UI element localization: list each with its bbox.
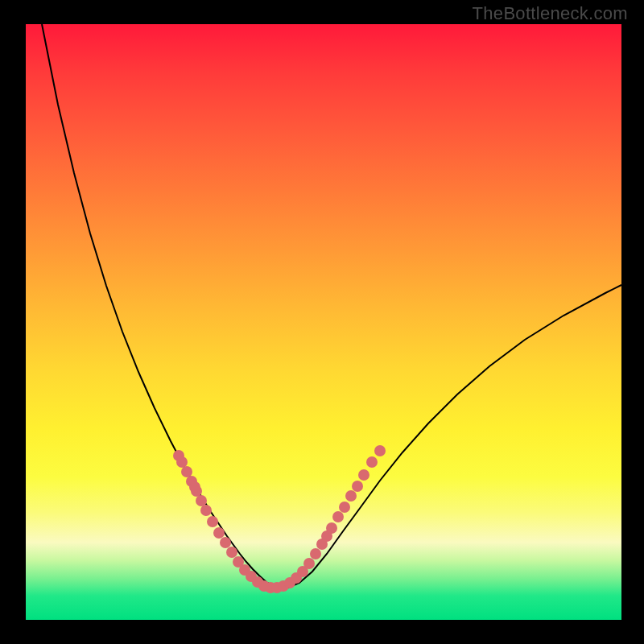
data-point — [196, 495, 207, 506]
data-point — [374, 445, 386, 456]
bottleneck-curve — [42, 24, 621, 588]
data-point — [352, 481, 363, 492]
data-point — [213, 527, 225, 539]
data-point — [326, 522, 337, 534]
data-point — [200, 505, 212, 516]
data-point — [303, 558, 315, 569]
data-point — [220, 537, 231, 548]
data-point — [226, 547, 237, 558]
data-point — [332, 511, 344, 522]
data-point — [189, 481, 200, 493]
chart-svg — [0, 0, 644, 644]
data-point — [176, 456, 188, 468]
data-point — [366, 456, 378, 468]
data-point — [310, 548, 321, 559]
data-point — [181, 466, 192, 477]
data-point — [339, 502, 350, 513]
chart-frame: TheBottleneck.com — [0, 0, 644, 644]
data-point — [207, 516, 218, 527]
data-point — [345, 490, 357, 502]
data-point — [358, 469, 369, 481]
